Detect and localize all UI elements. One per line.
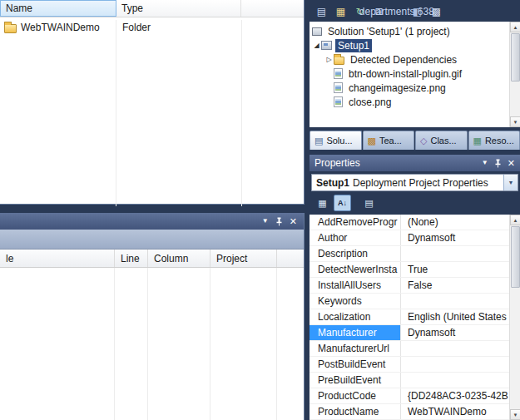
file-row[interactable]: WebTWAINDemo Folder [0, 20, 304, 35]
property-row[interactable]: ManufacturerUrl [310, 341, 509, 357]
scroll-down-icon[interactable]: ▼ [510, 116, 520, 127]
property-value[interactable]: WebTWAINDemo [401, 404, 509, 419]
tab-solution-explorer[interactable]: ▤ Solu... [310, 131, 362, 150]
tree-item-file[interactable]: changeimagesize.png [310, 81, 509, 95]
property-value[interactable]: English (United States [401, 309, 509, 324]
property-value[interactable]: (None) [401, 215, 509, 230]
combo-dropdown-icon[interactable]: ▼ [503, 175, 518, 190]
property-value[interactable]: {DD248AC3-0235-42B [401, 388, 509, 403]
property-name[interactable]: Localization [310, 309, 401, 324]
property-name[interactable]: AddRemoveProgr [310, 215, 401, 230]
column-header-line[interactable]: Line [115, 250, 148, 267]
property-name[interactable]: PreBuildEvent [310, 373, 401, 388]
expander-expanded-icon[interactable]: ◢ [312, 42, 321, 49]
property-name[interactable]: InstallAllUsers [310, 278, 401, 293]
tree-item-label[interactable]: btn-down-install-plugin.gif [346, 67, 464, 81]
column-gridline [114, 268, 115, 420]
view-designer-icon[interactable]: departments;638; [390, 4, 406, 19]
column-header-column[interactable]: Column [148, 250, 210, 267]
view-diagram-icon[interactable]: ◧ [409, 4, 425, 19]
error-list-column-headers: le Line Column Project [0, 250, 304, 268]
expander-collapsed-icon[interactable]: ▷ [324, 57, 334, 63]
property-row-selected[interactable]: Manufacturer Dynamsoft [310, 325, 509, 341]
folder-icon [4, 24, 17, 33]
scroll-down-icon[interactable]: ▼ [510, 409, 520, 420]
property-row[interactable]: ProductCode {DD248AC3-0235-42B [310, 388, 509, 404]
property-value[interactable]: True [401, 262, 509, 277]
error-list-panel: ▼ ✕ le Line Column Project [0, 213, 305, 420]
scrollbar-thumb[interactable] [511, 226, 520, 288]
property-value[interactable]: Dynamsoft [401, 230, 509, 245]
close-icon[interactable]: ✕ [290, 217, 297, 226]
tree-item-file[interactable]: btn-down-install-plugin.gif [310, 67, 509, 81]
tree-item-detected-dependencies[interactable]: ▷ Detected Dependencies [310, 52, 509, 67]
tree-item-solution[interactable]: Solution 'Setup1' (1 project) [310, 24, 509, 38]
tab-class-view[interactable]: ◇ Clas... [415, 131, 468, 150]
scrollbar-thumb[interactable] [511, 33, 520, 82]
property-value[interactable] [401, 246, 509, 261]
file-list-body: WebTWAINDemo Folder [0, 20, 304, 206]
property-value[interactable]: False [401, 278, 509, 293]
tree-scrollbar[interactable]: ▲ ▼ [509, 22, 520, 127]
properties-object-selector[interactable]: Setup1 Deployment Project Properties ▼ [311, 174, 518, 191]
property-row[interactable]: ProductName WebTWAINDemo [310, 404, 509, 420]
file-row-name-cell[interactable]: WebTWAINDemo [0, 22, 116, 33]
property-name[interactable]: PostBuildEvent [310, 357, 401, 372]
tree-item-label[interactable]: Solution 'Setup1' (1 project) [325, 25, 453, 38]
tools-icon[interactable]: ▩ [428, 4, 444, 19]
property-row[interactable]: PostBuildEvent [310, 357, 509, 373]
auto-hide-pin-icon[interactable] [275, 217, 283, 226]
column-header-file[interactable]: le [0, 250, 115, 267]
tree-item-label[interactable]: changeimagesize.png [346, 82, 448, 95]
auto-hide-pin-icon[interactable] [494, 159, 502, 168]
tab-resource-view[interactable]: ▦ Reso... [468, 131, 520, 150]
tree-item-file[interactable]: close.png [310, 95, 509, 109]
column-header-project[interactable]: Project [210, 250, 277, 267]
show-all-files-icon[interactable]: ▦ [333, 4, 349, 19]
property-name[interactable]: Manufacturer [310, 325, 401, 340]
column-header-type[interactable]: Type [116, 0, 241, 17]
properties-titlebar[interactable]: Properties ▼ ✕ [310, 155, 520, 171]
property-value[interactable]: Dynamsoft [401, 325, 509, 340]
tree-item-setup1[interactable]: ◢ Setup1 [310, 38, 509, 52]
property-value[interactable] [401, 357, 509, 372]
tree-item-label[interactable]: Setup1 [335, 39, 372, 52]
property-row[interactable]: Localization English (United States [310, 309, 509, 325]
property-name[interactable]: DetectNewerInsta [310, 262, 401, 277]
property-value[interactable] [401, 341, 509, 356]
property-row[interactable]: DetectNewerInsta True [310, 262, 509, 278]
properties-icon[interactable]: ▤ [314, 4, 329, 19]
property-name[interactable]: Keywords [310, 294, 401, 309]
property-value[interactable] [401, 294, 509, 309]
property-row[interactable]: Keywords [310, 294, 509, 309]
property-name[interactable]: ProductCode [310, 388, 401, 403]
property-row[interactable]: AddRemoveProgr (None) [310, 215, 509, 230]
property-name[interactable]: Description [310, 246, 401, 261]
scroll-up-icon[interactable]: ▲ [510, 215, 520, 225]
column-gridline [116, 20, 116, 206]
property-name[interactable]: Author [310, 230, 401, 245]
categorized-icon[interactable]: ▦ [314, 195, 331, 211]
alphabetical-icon[interactable]: A↓ [334, 195, 351, 211]
property-name[interactable]: ManufacturerUrl [310, 341, 401, 356]
window-position-icon[interactable]: ▼ [482, 160, 488, 166]
property-row[interactable]: Description [310, 246, 509, 262]
property-row[interactable]: PreBuildEvent [310, 373, 509, 388]
property-row[interactable]: Author Dynamsoft [310, 230, 509, 246]
window-position-icon[interactable]: ▼ [262, 218, 269, 225]
properties-scrollbar[interactable]: ▲ ▼ [509, 215, 520, 420]
property-row[interactable]: InstallAllUsers False [310, 278, 509, 294]
column-header-name[interactable]: Name [0, 0, 116, 17]
property-value[interactable] [401, 373, 509, 388]
property-grid-rows: AddRemoveProgr (None) Author Dynamsoft D… [310, 215, 509, 420]
tree-item-label[interactable]: close.png [346, 96, 394, 109]
error-list-titlebar[interactable]: ▼ ✕ [0, 213, 304, 230]
tree-item-label[interactable]: Detected Dependencies [348, 53, 459, 67]
property-name[interactable]: ProductName [310, 404, 401, 419]
tab-team-explorer[interactable]: ▩ Tea... [363, 131, 415, 150]
file-row-name[interactable]: WebTWAINDemo [21, 22, 100, 33]
scroll-up-icon[interactable]: ▲ [510, 22, 520, 32]
close-icon[interactable]: ✕ [508, 159, 515, 168]
column-header-blank [277, 250, 304, 267]
property-pages-icon[interactable]: ▤ [360, 195, 378, 211]
